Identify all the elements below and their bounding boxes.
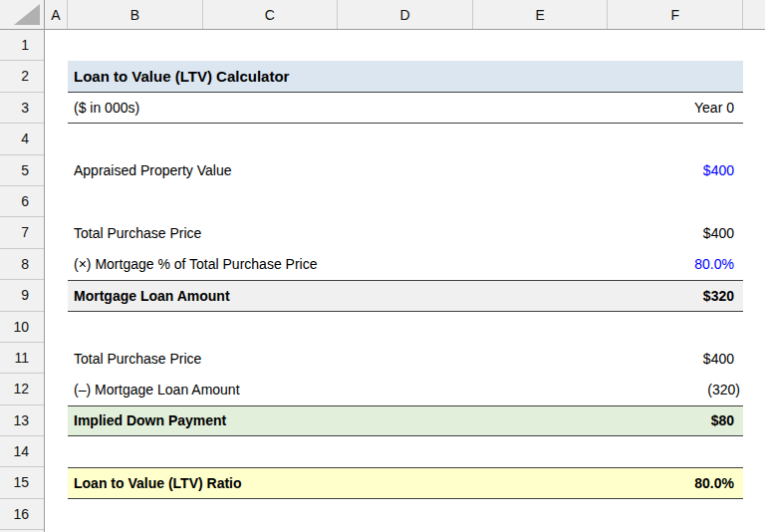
column-header-e[interactable]: E bbox=[473, 0, 609, 29]
appraised-value-input[interactable]: $400 bbox=[703, 162, 743, 178]
select-all-triangle-icon bbox=[14, 4, 40, 25]
mortgage-pct-label: (×) Mortgage % of Total Purchase Price bbox=[68, 256, 317, 272]
purchase-price-label-1: Total Purchase Price bbox=[68, 225, 201, 241]
row-header-11[interactable]: 11 bbox=[0, 343, 44, 374]
title-cell[interactable]: Loan to Value (LTV) Calculator bbox=[68, 61, 743, 92]
period-header: Year 0 bbox=[694, 100, 743, 116]
column-header-f[interactable]: F bbox=[608, 0, 743, 29]
mortgage-loan-value: $320 bbox=[703, 288, 743, 304]
row-header-3[interactable]: 3 bbox=[0, 93, 44, 124]
grid-row-7: Total Purchase Price $400 bbox=[45, 217, 765, 248]
column-header-partial[interactable] bbox=[743, 0, 765, 29]
row-header-10[interactable]: 10 bbox=[0, 312, 44, 343]
grid-row-3: ($ in 000s) Year 0 bbox=[45, 93, 765, 124]
column-header-c[interactable]: C bbox=[203, 0, 339, 29]
down-payment-value: $80 bbox=[711, 412, 743, 428]
row-header-4[interactable]: 4 bbox=[0, 124, 44, 154]
grid-row-14[interactable] bbox=[45, 436, 765, 467]
less-mortgage-value: (320) bbox=[707, 382, 743, 398]
mortgage-pct-input[interactable]: 80.0% bbox=[694, 256, 743, 272]
mortgage-loan-row[interactable]: Mortgage Loan Amount $320 bbox=[68, 280, 743, 311]
grid-row-4[interactable] bbox=[45, 124, 765, 154]
down-payment-label: Implied Down Payment bbox=[68, 412, 226, 428]
column-header-d[interactable]: D bbox=[338, 0, 473, 29]
column-header-b[interactable]: B bbox=[68, 0, 203, 29]
row-header-2[interactable]: 2 bbox=[0, 61, 44, 92]
mortgage-pct-row[interactable]: (×) Mortgage % of Total Purchase Price 8… bbox=[68, 249, 743, 280]
grid-row-1[interactable] bbox=[45, 30, 765, 61]
grid-row-15: Loan to Value (LTV) Ratio 80.0% bbox=[45, 467, 765, 498]
row-header-16[interactable]: 16 bbox=[0, 499, 44, 530]
grid-row-16[interactable] bbox=[45, 499, 765, 530]
sheet-body: Loan to Value (LTV) Calculator ($ in 000… bbox=[45, 30, 765, 532]
appraised-value-label: Appraised Property Value bbox=[68, 162, 232, 178]
grid-row-8: (×) Mortgage % of Total Purchase Price 8… bbox=[45, 249, 765, 280]
page-title: Loan to Value (LTV) Calculator bbox=[68, 68, 289, 85]
grid-row-6[interactable] bbox=[45, 186, 765, 217]
row-header-6[interactable]: 6 bbox=[0, 186, 44, 217]
units-row[interactable]: ($ in 000s) Year 0 bbox=[68, 93, 743, 124]
row-header-15[interactable]: 15 bbox=[0, 467, 44, 498]
purchase-price-row-1[interactable]: Total Purchase Price $400 bbox=[68, 217, 743, 248]
row-header-14[interactable]: 14 bbox=[0, 436, 44, 467]
purchase-price-value-2: $400 bbox=[703, 351, 743, 367]
column-header-a[interactable]: A bbox=[45, 0, 68, 29]
row-header-1[interactable]: 1 bbox=[0, 30, 44, 61]
grid-row-5: Appraised Property Value $400 bbox=[45, 155, 765, 186]
grid-row-13: Implied Down Payment $80 bbox=[45, 405, 765, 436]
row-header-9[interactable]: 9 bbox=[0, 280, 44, 311]
spreadsheet: A B C D E F 1 2 3 4 5 6 7 8 9 10 11 12 1… bbox=[0, 0, 765, 532]
row-headers: 1 2 3 4 5 6 7 8 9 10 11 12 13 14 15 16 bbox=[0, 30, 45, 532]
ltv-ratio-row[interactable]: Loan to Value (LTV) Ratio 80.0% bbox=[68, 467, 743, 498]
appraised-value-row[interactable]: Appraised Property Value $400 bbox=[68, 155, 743, 186]
down-payment-row[interactable]: Implied Down Payment $80 bbox=[68, 405, 743, 436]
grid-row-9: Mortgage Loan Amount $320 bbox=[45, 280, 765, 311]
grid-row-12: (–) Mortgage Loan Amount (320) bbox=[45, 374, 765, 404]
purchase-price-row-2[interactable]: Total Purchase Price $400 bbox=[68, 343, 743, 374]
column-headers: A B C D E F bbox=[45, 0, 765, 30]
mortgage-loan-label: Mortgage Loan Amount bbox=[68, 288, 230, 304]
grid-row-2: Loan to Value (LTV) Calculator bbox=[45, 61, 765, 92]
ltv-ratio-label: Loan to Value (LTV) Ratio bbox=[68, 475, 242, 491]
less-mortgage-row[interactable]: (–) Mortgage Loan Amount (320) bbox=[68, 374, 743, 404]
row-header-5[interactable]: 5 bbox=[0, 155, 44, 186]
purchase-price-value-1: $400 bbox=[703, 225, 743, 241]
grid-row-10[interactable] bbox=[45, 312, 765, 343]
grid-row-11: Total Purchase Price $400 bbox=[45, 343, 765, 374]
purchase-price-label-2: Total Purchase Price bbox=[68, 351, 201, 367]
ltv-ratio-value: 80.0% bbox=[694, 475, 743, 491]
row-header-13[interactable]: 13 bbox=[0, 405, 44, 436]
less-mortgage-label: (–) Mortgage Loan Amount bbox=[68, 382, 240, 398]
units-note: ($ in 000s) bbox=[68, 100, 139, 116]
row-header-12[interactable]: 12 bbox=[0, 374, 44, 404]
row-header-8[interactable]: 8 bbox=[0, 249, 44, 280]
row-header-7[interactable]: 7 bbox=[0, 217, 44, 248]
select-all-button[interactable] bbox=[0, 0, 45, 30]
